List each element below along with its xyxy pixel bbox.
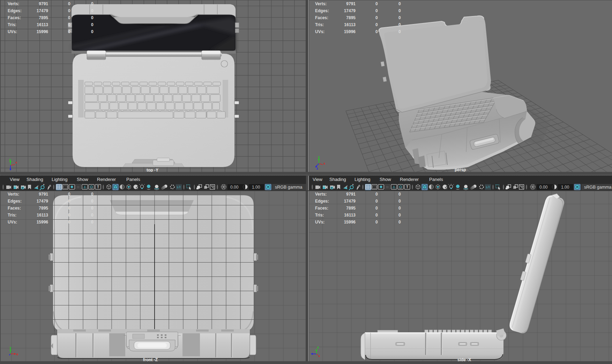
svg-text:y: y [318,155,320,159]
svg-text:z: z [316,167,318,170]
svg-text:x: x [323,162,325,165]
svg-text:y: y [317,346,319,349]
svg-text:sRGB gamma: sRGB gamma [584,185,612,190]
svg-text:T: T [406,185,408,189]
svg-text:1.00: 1.00 [252,185,260,190]
svg-text:1.00: 1.00 [561,185,569,190]
svg-text:0.00: 0.00 [539,185,548,190]
svg-text:T: T [97,185,99,189]
svg-text:y: y [9,158,11,161]
svg-text:x: x [16,352,18,356]
svg-text:sRGB gamma: sRGB gamma [275,185,303,190]
svg-text:x: x [15,161,17,164]
svg-text:y: y [10,346,12,349]
svg-text:0.00: 0.00 [230,185,239,190]
svg-text:x: x [318,354,320,358]
